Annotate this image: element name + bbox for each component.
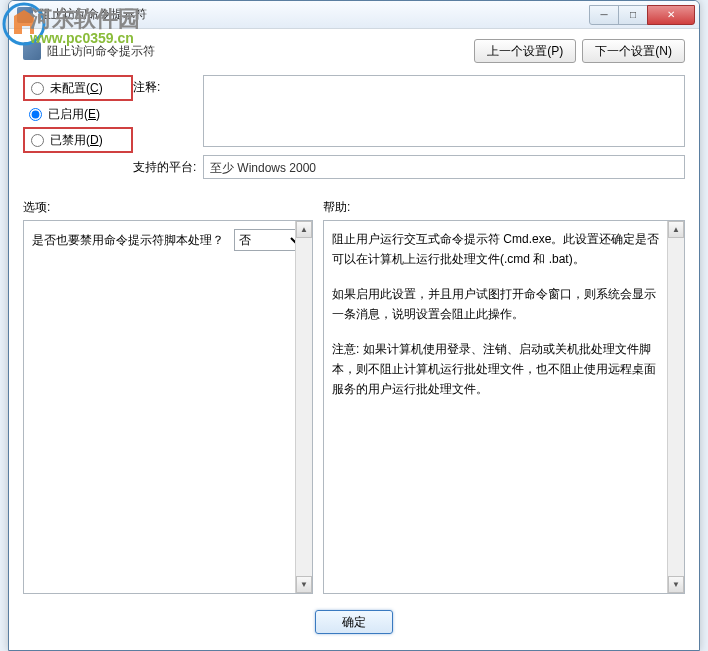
scroll-down-icon[interactable]: ▼ — [296, 576, 312, 593]
help-paragraph: 阻止用户运行交互式命令提示符 Cmd.exe。此设置还确定是否可以在计算机上运行… — [332, 229, 664, 270]
help-paragraph: 如果启用此设置，并且用户试图打开命令窗口，则系统会显示一条消息，说明设置会阻止此… — [332, 284, 664, 325]
options-panel: 是否也要禁用命令提示符脚本处理？ 否 ▲ ▼ — [23, 220, 313, 594]
radio-not-configured-label: 未配置(C) — [50, 80, 103, 97]
help-panel: 阻止用户运行交互式命令提示符 Cmd.exe。此设置还确定是否可以在计算机上运行… — [323, 220, 685, 594]
help-scrollbar[interactable]: ▲ ▼ — [667, 221, 684, 593]
comment-textarea[interactable] — [203, 75, 685, 147]
radio-not-configured-input[interactable] — [31, 82, 44, 95]
comment-label: 注释: — [133, 75, 203, 147]
window-icon — [17, 7, 33, 23]
dialog-window: 阻止访问命令提示符 ─ □ ✕ 阻止访问命令提示符 上一个设置(P) 下一个设置… — [8, 0, 700, 651]
radio-disabled-input[interactable] — [31, 134, 44, 147]
help-section-label: 帮助: — [323, 199, 350, 216]
radio-enabled-label: 已启用(E) — [48, 106, 100, 123]
options-question: 是否也要禁用命令提示符脚本处理？ — [32, 232, 224, 249]
scroll-up-icon[interactable]: ▲ — [668, 221, 684, 238]
policy-title: 阻止访问命令提示符 — [47, 43, 468, 60]
options-scrollbar[interactable]: ▲ ▼ — [295, 221, 312, 593]
radio-group: 未配置(C) 已启用(E) 已禁用(D) — [23, 75, 133, 179]
platform-label: 支持的平台: — [133, 155, 203, 179]
titlebar: 阻止访问命令提示符 ─ □ ✕ — [9, 1, 699, 29]
close-button[interactable]: ✕ — [647, 5, 695, 25]
platform-value: 至少 Windows 2000 — [203, 155, 685, 179]
radio-not-configured[interactable]: 未配置(C) — [23, 75, 133, 101]
window-title: 阻止访问命令提示符 — [39, 6, 590, 23]
options-section-label: 选项: — [23, 199, 323, 216]
previous-setting-button[interactable]: 上一个设置(P) — [474, 39, 576, 63]
help-paragraph: 注意: 如果计算机使用登录、注销、启动或关机批处理文件脚本，则不阻止计算机运行批… — [332, 339, 664, 400]
radio-enabled[interactable]: 已启用(E) — [23, 101, 133, 127]
ok-button[interactable]: 确定 — [315, 610, 393, 634]
radio-disabled-label: 已禁用(D) — [50, 132, 103, 149]
radio-disabled[interactable]: 已禁用(D) — [23, 127, 133, 153]
next-setting-button[interactable]: 下一个设置(N) — [582, 39, 685, 63]
options-select[interactable]: 否 — [234, 229, 304, 251]
minimize-button[interactable]: ─ — [589, 5, 619, 25]
scroll-up-icon[interactable]: ▲ — [296, 221, 312, 238]
radio-enabled-input[interactable] — [29, 108, 42, 121]
maximize-button[interactable]: □ — [618, 5, 648, 25]
policy-icon — [23, 42, 41, 60]
scroll-down-icon[interactable]: ▼ — [668, 576, 684, 593]
